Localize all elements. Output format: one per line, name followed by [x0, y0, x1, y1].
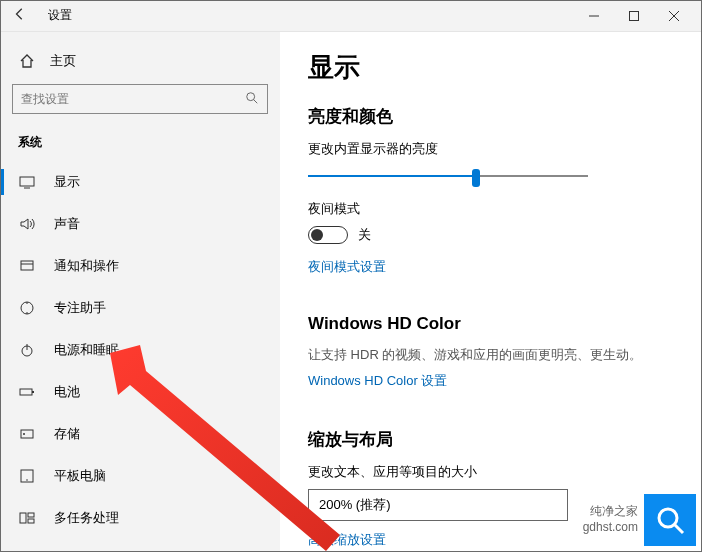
sidebar-home[interactable]: 主页	[0, 46, 280, 84]
sidebar-item-label: 存储	[54, 425, 80, 443]
sidebar-item-storage[interactable]: 存储	[0, 413, 280, 455]
maximize-button[interactable]	[614, 0, 654, 32]
svg-rect-13	[32, 391, 34, 393]
scale-value: 200% (推荐)	[319, 496, 391, 514]
brightness-slider[interactable]	[308, 166, 588, 186]
sidebar-item-sound[interactable]: 声音	[0, 203, 280, 245]
storage-icon	[18, 426, 36, 442]
sidebar-item-notifications[interactable]: 通知和操作	[0, 245, 280, 287]
slider-fill	[308, 175, 476, 177]
sidebar-item-label: 电源和睡眠	[54, 341, 119, 359]
sidebar-item-tablet[interactable]: 平板电脑	[0, 455, 280, 497]
svg-rect-1	[630, 11, 639, 20]
slider-thumb[interactable]	[472, 169, 480, 187]
sidebar-item-label: 显示	[54, 173, 80, 191]
page-title: 显示	[308, 50, 702, 85]
sidebar-item-battery[interactable]: 电池	[0, 371, 280, 413]
svg-line-5	[254, 99, 258, 103]
sidebar-item-multitask[interactable]: 多任务处理	[0, 497, 280, 539]
sidebar-item-label: 专注助手	[54, 299, 106, 317]
night-mode-label: 夜间模式	[308, 200, 702, 218]
search-icon	[245, 91, 259, 108]
svg-point-15	[23, 433, 25, 435]
brightness-label: 更改内置显示器的亮度	[308, 140, 702, 158]
sidebar-section-header: 系统	[0, 128, 280, 161]
back-button[interactable]	[8, 7, 32, 25]
brightness-section-header: 亮度和颜色	[308, 105, 702, 128]
night-mode-settings-link[interactable]: 夜间模式设置	[308, 258, 702, 276]
content-pane: 显示 亮度和颜色 更改内置显示器的亮度 夜间模式 关 夜间模式设置 Window…	[280, 32, 702, 552]
tablet-icon	[18, 468, 36, 484]
watermark-line1: 纯净之家	[583, 504, 638, 520]
sidebar-item-power[interactable]: 电源和睡眠	[0, 329, 280, 371]
svg-rect-20	[28, 519, 34, 523]
power-icon	[18, 342, 36, 358]
hdr-description: 让支持 HDR 的视频、游戏和应用的画面更明亮、更生动。	[308, 346, 702, 364]
svg-point-4	[247, 92, 255, 100]
svg-rect-18	[20, 513, 26, 523]
svg-rect-6	[20, 177, 34, 186]
sidebar-item-focus[interactable]: 专注助手	[0, 287, 280, 329]
svg-point-22	[659, 509, 677, 527]
watermark-logo	[644, 494, 696, 546]
search-input[interactable]	[21, 92, 245, 106]
sidebar-item-label: 声音	[54, 215, 80, 233]
notification-icon	[18, 258, 36, 274]
titlebar: 设置	[0, 0, 702, 32]
sidebar-item-label: 通知和操作	[54, 257, 119, 275]
sidebar: 主页 系统 显示 声音	[0, 32, 280, 552]
sidebar-item-label: 电池	[54, 383, 80, 401]
sidebar-nav: 显示 声音 通知和操作 专注助手 电源和睡眠	[0, 161, 280, 539]
hdr-section-header: Windows HD Color	[308, 314, 702, 334]
watermark: 纯净之家 gdhst.com	[583, 494, 696, 546]
svg-rect-14	[21, 430, 33, 438]
sidebar-item-label: 平板电脑	[54, 467, 106, 485]
close-button[interactable]	[654, 0, 694, 32]
search-box[interactable]	[12, 84, 268, 114]
svg-line-23	[675, 525, 683, 533]
sidebar-item-display[interactable]: 显示	[0, 161, 280, 203]
display-icon	[18, 174, 36, 190]
battery-icon	[18, 384, 36, 400]
minimize-button[interactable]	[574, 0, 614, 32]
scale-label: 更改文本、应用等项目的大小	[308, 463, 702, 481]
multitask-icon	[18, 510, 36, 526]
scale-dropdown[interactable]: 200% (推荐)	[308, 489, 568, 521]
home-icon	[18, 53, 36, 69]
home-label: 主页	[50, 52, 76, 70]
sound-icon	[18, 216, 36, 232]
hdr-settings-link[interactable]: Windows HD Color 设置	[308, 372, 702, 390]
svg-point-17	[26, 479, 28, 481]
focus-icon	[18, 300, 36, 316]
watermark-line2: gdhst.com	[583, 520, 638, 536]
sidebar-item-label: 多任务处理	[54, 509, 119, 527]
toggle-knob	[311, 229, 323, 241]
svg-rect-8	[21, 261, 33, 270]
night-mode-state: 关	[358, 226, 371, 244]
window-title: 设置	[48, 7, 72, 24]
svg-rect-12	[20, 389, 32, 395]
svg-rect-19	[28, 513, 34, 517]
scale-section-header: 缩放与布局	[308, 428, 702, 451]
night-mode-toggle[interactable]	[308, 226, 348, 244]
